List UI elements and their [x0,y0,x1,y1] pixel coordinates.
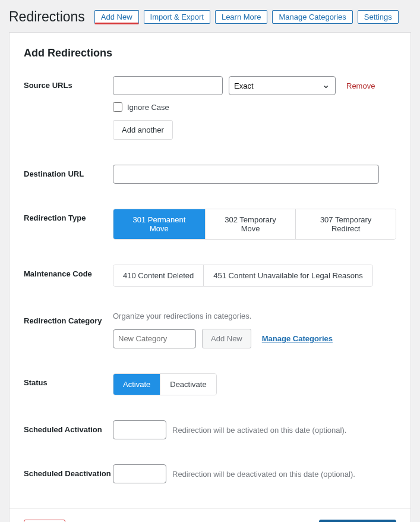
status-activate-button[interactable]: Activate [113,374,160,395]
add-redirection-panel: Add Redirections Source URLs Exact Remov… [9,32,411,522]
destination-field: Destination URL [24,165,396,184]
panel-title: Add Redirections [24,47,396,59]
destination-input[interactable] [113,165,379,184]
category-field: Redirection Category Organize your redir… [24,312,396,348]
manage-categories-button[interactable]: Manage Categories [272,10,352,24]
cancel-button[interactable]: Cancel [24,520,65,522]
maintenance-code-label: Maintenance Code [24,265,113,278]
import-export-button[interactable]: Import & Export [144,10,210,24]
settings-button[interactable]: Settings [358,10,399,24]
redirection-301-button[interactable]: 301 Permanent Move [113,209,206,239]
redirection-type-label: Redirection Type [24,209,113,222]
scheduled-deactivation-label: Scheduled Deactivation [24,464,113,478]
ignore-case-label[interactable]: Ignore Case [113,102,396,112]
add-another-button[interactable]: Add another [113,120,173,140]
remove-source-link[interactable]: Remove [346,81,375,90]
category-hint: Organize your redirections in categories… [113,312,396,320]
status-field: Status Activate Deactivate [24,373,396,395]
redirection-302-button[interactable]: 302 Temporary Move [206,209,296,239]
page-title: Redirections [9,9,85,25]
source-url-input[interactable] [113,76,223,95]
learn-more-button[interactable]: Learn More [215,10,267,24]
category-label: Redirection Category [24,312,113,325]
scheduled-activation-input[interactable] [113,420,166,439]
redirection-type-field: Redirection Type 301 Permanent Move 302 … [24,209,396,240]
category-input[interactable] [113,329,196,348]
manage-categories-link[interactable]: Manage Categories [262,334,333,343]
status-group: Activate Deactivate [113,373,217,395]
panel-footer: Cancel Add Redirection [10,508,410,522]
match-type-select[interactable]: Exact [229,76,336,95]
scheduled-deactivation-field: Scheduled Deactivation Redirection will … [24,464,396,483]
maintenance-code-group: 410 Content Deleted 451 Content Unavaila… [113,265,373,287]
ignore-case-checkbox[interactable] [113,102,122,112]
add-new-button[interactable]: Add New [94,10,139,24]
scheduled-deactivation-hint: Redirection will be deactivated on this … [172,470,355,479]
ignore-case-text: Ignore Case [127,103,169,112]
page-header: Redirections Add New Import & Export Lea… [9,9,411,25]
category-add-new-button[interactable]: Add New [202,329,251,348]
add-redirection-button[interactable]: Add Redirection [319,520,397,522]
source-urls-label: Source URLs [24,76,113,90]
maintenance-451-button[interactable]: 451 Content Unavailable for Legal Reason… [204,265,372,286]
scheduled-activation-label: Scheduled Activation [24,420,113,434]
maintenance-code-field: Maintenance Code 410 Content Deleted 451… [24,265,396,287]
source-urls-field: Source URLs Exact Remove Ignore Case Add… [24,76,396,140]
maintenance-410-button[interactable]: 410 Content Deleted [113,265,204,286]
scheduled-activation-hint: Redirection will be activated on this da… [172,426,346,435]
status-deactivate-button[interactable]: Deactivate [160,374,216,395]
destination-label: Destination URL [24,165,113,178]
redirection-type-group: 301 Permanent Move 302 Temporary Move 30… [113,209,396,240]
status-label: Status [24,373,113,387]
scheduled-deactivation-input[interactable] [113,464,166,483]
scheduled-activation-field: Scheduled Activation Redirection will be… [24,420,396,439]
redirection-307-button[interactable]: 307 Temporary Redirect [296,209,396,239]
